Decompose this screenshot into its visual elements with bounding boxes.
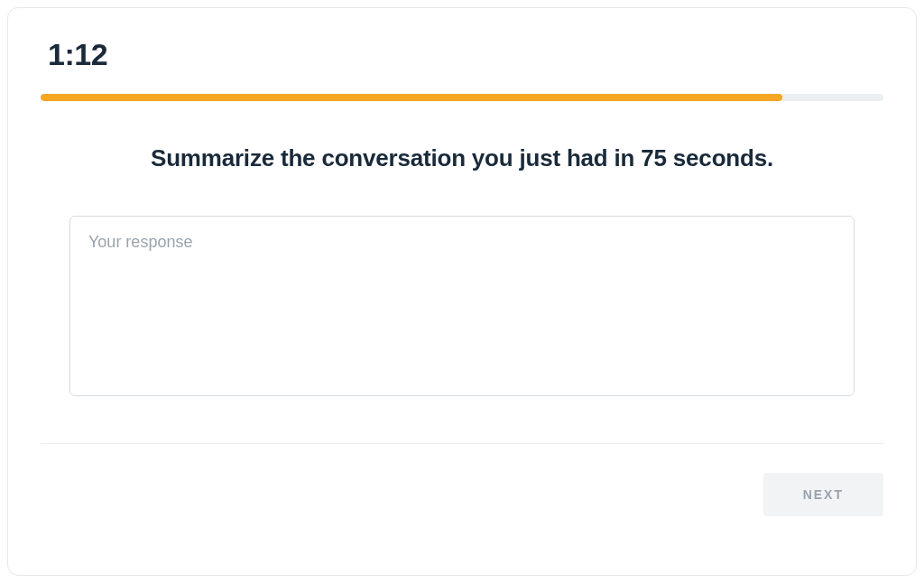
timer: 1:12 [48, 37, 883, 72]
response-input[interactable] [69, 216, 855, 396]
progress-bar [41, 94, 883, 101]
question-card: 1:12 Summarize the conversation you just… [7, 7, 917, 576]
footer: NEXT [41, 444, 883, 516]
prompt-text: Summarize the conversation you just had … [41, 144, 883, 172]
progress-fill [41, 94, 782, 101]
next-button[interactable]: NEXT [763, 473, 883, 516]
response-container [41, 216, 883, 400]
